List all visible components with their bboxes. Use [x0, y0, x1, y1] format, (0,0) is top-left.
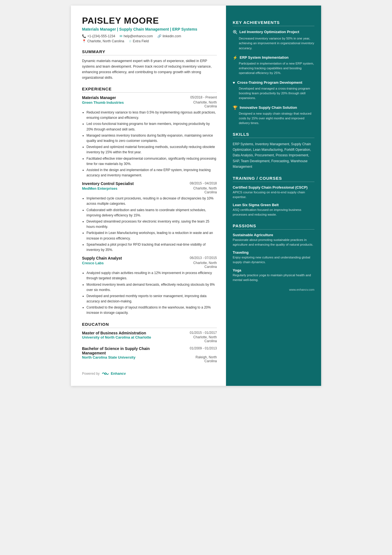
experience-title: EXPERIENCE — [82, 87, 217, 91]
passion-2: Traveling Enjoy exploring new cultures a… — [233, 250, 314, 265]
edu-1-dates: 01/2015 - 01/2017 — [190, 331, 217, 335]
job-2-bullets: Implemented cycle count procedures, resu… — [86, 196, 217, 253]
header: PAISLEY MOORE Materials Manager | Supply… — [82, 16, 217, 43]
edu-1-sub: University of North Carolina at Charlott… — [82, 335, 217, 343]
job-3-title: Supply Chain Analyst — [82, 256, 122, 260]
education-divider — [82, 328, 217, 328]
edu-1: Master of Business Administration 01/201… — [82, 331, 217, 343]
candidate-name: PAISLEY MOORE — [82, 16, 217, 26]
job-1-header: Materials Manager 05/2018 - Present — [82, 95, 217, 100]
job-3-bullets: Analyzed supply chain activities resulti… — [86, 270, 217, 316]
job-1: Materials Manager 05/2018 - Present Gree… — [82, 95, 217, 178]
training-2-desc: ASQ certification focused on improving b… — [233, 208, 314, 217]
achievement-3-title: Cross-Training Program Development — [237, 80, 302, 85]
left-footer: Powered by Enhancv — [82, 371, 217, 376]
job-2-bullet-4: Participated in Lean Manufacturing works… — [86, 230, 217, 241]
skills-text: ERP Systems, Inventory Management, Suppl… — [233, 141, 314, 170]
job-2-bullet-5: Spearheaded a pilot project for RFID tra… — [86, 242, 217, 253]
job-2-bullet-3: Developed streamlined processes for elec… — [86, 219, 217, 230]
passions-title: PASSIONS — [233, 223, 314, 228]
edu-1-school: University of North Carolina at Charlott… — [82, 335, 151, 343]
email-item: ✉ help@enhancv.com — [120, 34, 153, 38]
summary-text: Dynamic materials management expert with… — [82, 58, 217, 80]
location-item: 📍 Charlotte, North Carolina — [82, 39, 124, 43]
left-column: PAISLEY MOORE Materials Manager | Supply… — [71, 6, 226, 386]
job-3: Supply Chain Analyst 06/2013 - 07/2015 C… — [82, 256, 217, 316]
passion-1-desc: Passionate about promoting sustainable p… — [233, 238, 314, 247]
job-2-bullet-1: Implemented cycle count procedures, resu… — [86, 196, 217, 206]
achievements-divider — [233, 26, 314, 26]
website-text: www.enhancv.com — [289, 288, 314, 291]
training-1-desc: APICS course focusing on end-to-end supp… — [233, 190, 314, 200]
edu-2-header: Bachelor of Science in Supply Chain Mana… — [82, 346, 217, 355]
achievement-1-desc: Decreased inventory variance by 50% in o… — [239, 36, 314, 51]
summary-title: SUMMARY — [82, 49, 217, 54]
location-icon: 📍 — [82, 39, 86, 43]
enhancv-logo: Enhancv — [102, 371, 126, 376]
job-2-header: Inventory Control Specialist 08/2015 - 0… — [82, 181, 217, 186]
job-3-dates: 06/2013 - 07/2015 — [190, 256, 217, 260]
job-1-bullets: Reduced inventory variance to less than … — [86, 110, 217, 178]
email-text: help@enhancv.com — [123, 34, 153, 38]
edu-2-dates: 01/2009 - 01/2013 — [190, 346, 217, 350]
passion-2-desc: Enjoy exploring new cultures and underst… — [233, 255, 314, 265]
job-3-location: Charlotte, NorthCarolina — [193, 261, 217, 269]
passion-2-title: Traveling — [233, 250, 314, 255]
passion-3-desc: Regularly practice yoga to maintain phys… — [233, 273, 314, 283]
education-section: EDUCATION Master of Business Administrat… — [82, 322, 217, 363]
job-3-header: Supply Chain Analyst 06/2013 - 07/2015 — [82, 256, 217, 260]
enhancv-brand: Enhancv — [111, 371, 126, 376]
svg-point-2 — [234, 31, 235, 32]
job-1-location: Charlotte, NorthCarolina — [193, 100, 217, 108]
edu-1-location: Charlotte, NorthCarolina — [193, 335, 217, 343]
phone-text: +1-(234)-555-1234 — [87, 34, 115, 38]
resume-wrapper: PAISLEY MOORE Materials Manager | Supply… — [71, 6, 321, 386]
achievement-4-icon: 🏆 — [233, 105, 237, 110]
job-1-company: Green Thumb Industries — [82, 100, 124, 108]
email-icon: ✉ — [120, 34, 122, 38]
achievement-1-header: Led Inventory Optimization Project — [233, 29, 314, 35]
edu-2: Bachelor of Science in Supply Chain Mana… — [82, 346, 217, 363]
job-1-dates: 05/2018 - Present — [190, 95, 217, 99]
passions-section: PASSIONS Sustainable Agriculture Passion… — [233, 223, 314, 283]
star-icon: ☆ — [129, 39, 132, 43]
job-2-location: Charlotte, NorthCarolina — [193, 186, 217, 194]
contact-row-1: 📞 +1-(234)-555-1234 ✉ help@enhancv.com 🔗… — [82, 34, 217, 38]
passion-1-title: Sustainable Agriculture — [233, 233, 314, 237]
job-3-bullet-4: Contributed to the design of layout modi… — [86, 305, 217, 315]
achievement-3-icon: ♥ — [233, 80, 235, 85]
job-3-company: Cresco Labs — [82, 261, 104, 269]
experience-section: EXPERIENCE Materials Manager 05/2018 - P… — [82, 87, 217, 316]
job-1-title: Materials Manager — [82, 95, 116, 100]
job-1-sub: Green Thumb Industries Charlotte, NorthC… — [82, 100, 217, 108]
job-2-company: MedMen Enterprises — [82, 186, 117, 194]
training-1: Certified Supply Chain Professional (CSC… — [233, 185, 314, 200]
passions-divider — [233, 229, 314, 230]
achievement-2-icon: ⚡ — [233, 55, 237, 60]
training-2-title: Lean Six Sigma Green Belt — [233, 203, 314, 207]
svg-line-1 — [236, 33, 237, 34]
extra-field-text: Extra Field — [133, 39, 149, 43]
achievement-2-desc: Participated in implementation of a new … — [239, 61, 314, 76]
job-1-bullet-4: Developed and optimized material forecas… — [86, 144, 217, 155]
job-2: Inventory Control Specialist 08/2015 - 0… — [82, 181, 217, 253]
job-1-bullet-3: Managed seamless inventory transitions d… — [86, 133, 217, 144]
job-2-dates: 08/2015 - 04/2018 — [190, 181, 217, 185]
achievement-3-desc: Developed and managed a cross-training p… — [239, 86, 314, 101]
skills-divider — [233, 138, 314, 138]
achievements-section: KEY ACHIEVEMENTS Led Inventory Optimizat… — [233, 20, 314, 126]
passion-3: Yoga Regularly practice yoga to maintain… — [233, 268, 314, 283]
linkedin-item: 🔗 linkedin.com — [157, 34, 181, 38]
education-title: EDUCATION — [82, 322, 217, 327]
job-2-bullet-2: Collaborated with distribution and sales… — [86, 208, 217, 218]
location-text: Charlotte, North Carolina — [87, 39, 124, 43]
training-section: TRAINING / COURSES Certified Supply Chai… — [233, 176, 314, 217]
linkedin-icon: 🔗 — [157, 34, 162, 38]
passion-3-title: Yoga — [233, 268, 314, 272]
training-divider — [233, 182, 314, 182]
skills-section: SKILLS ERP Systems, Inventory Management… — [233, 132, 314, 170]
edu-2-location: Raleigh, NorthCarolina — [195, 355, 217, 363]
passion-1: Sustainable Agriculture Passionate about… — [233, 233, 314, 247]
job-3-bullet-3: Developed and presented monthly reports … — [86, 293, 217, 304]
phone-item: 📞 +1-(234)-555-1234 — [82, 34, 115, 38]
